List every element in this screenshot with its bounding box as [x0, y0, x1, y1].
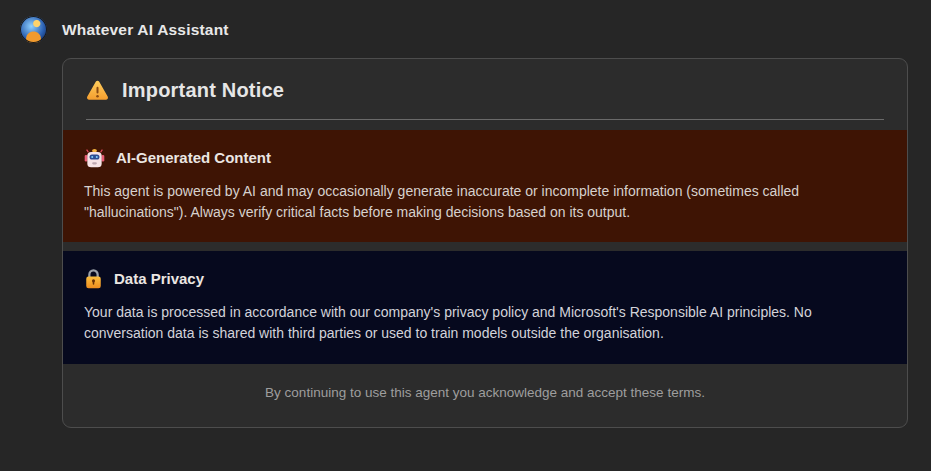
data-privacy-section-head: Data Privacy: [84, 268, 884, 289]
ai-content-section: AI-Generated Content This agent is power…: [63, 130, 907, 242]
header-divider: [86, 119, 884, 120]
notice-card-header: Important Notice: [63, 59, 907, 119]
app-logo-icon: [20, 16, 47, 43]
app-title: Whatever AI Assistant: [62, 21, 229, 39]
data-privacy-section: Data Privacy Your data is processed in a…: [63, 251, 907, 363]
warning-icon: [86, 80, 109, 101]
ai-content-body: This agent is powered by AI and may occa…: [84, 181, 884, 222]
robot-icon: [84, 147, 105, 168]
notice-footer-text: By continuing to use this agent you ackn…: [63, 364, 907, 427]
notice-title: Important Notice: [122, 79, 284, 102]
app-header: Whatever AI Assistant: [0, 0, 931, 44]
important-notice-card: Important Notice AI-Generated Content: [62, 58, 908, 428]
ai-content-heading: AI-Generated Content: [116, 149, 271, 166]
data-privacy-body: Your data is processed in accordance wit…: [84, 302, 884, 343]
ai-content-section-head: AI-Generated Content: [84, 147, 884, 168]
data-privacy-heading: Data Privacy: [114, 270, 204, 287]
lock-icon: [84, 268, 103, 289]
